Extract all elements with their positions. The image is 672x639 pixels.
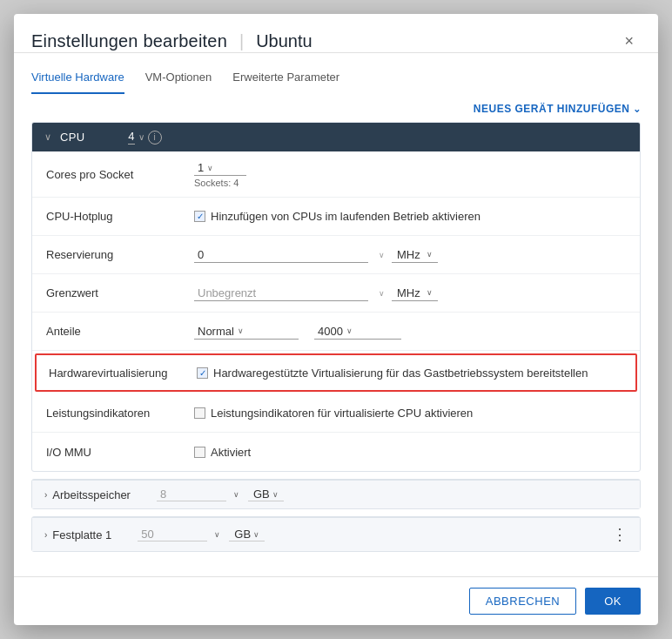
cpu-section-body: Cores pro Socket 1 ∨ Sockets: 4 CPU-Ho (32, 151, 640, 471)
close-button[interactable]: × (617, 30, 641, 52)
anteile-row: Anteile Normal ∨ 4000 ∨ (32, 313, 640, 351)
chevron-down-icon: ∨ (238, 326, 244, 335)
cpu-hotplug-checkbox[interactable] (194, 211, 205, 222)
cpu-hotplug-checkbox-area: Hinzufügen von CPUs im laufenden Betrieb… (194, 210, 480, 223)
cores-select[interactable]: 1 ∨ (194, 160, 246, 176)
chevron-down-icon: ∨ (207, 164, 213, 172)
dialog-title: Einstellungen bearbeiten (31, 31, 227, 51)
cpu-section-header[interactable]: ∨ CPU 4 ∨ i (32, 123, 640, 151)
chevron-down-icon: ∨ (379, 289, 385, 298)
io-mmu-content: Aktiviert (194, 446, 626, 459)
festplatte-more-options-button[interactable]: ⋮ (612, 525, 628, 544)
arbeitsspeicher-input[interactable]: 8 (157, 488, 226, 501)
festplatte-unit-select[interactable]: GB ∨ (229, 528, 265, 541)
hardwarevirtualisierung-content: Hardwaregestützte Virtualisierung für da… (197, 367, 623, 380)
chevron-down-icon: ⌄ (633, 104, 642, 115)
reservierung-label: Reservierung (46, 248, 194, 261)
tab-bar: Virtuelle Hardware VM-Optionen Erweitert… (14, 64, 658, 94)
festplatte-header[interactable]: › Festplatte 1 50 ∨ GB ∨ ⋮ (32, 517, 640, 551)
hardwarevirtualisierung-label: Hardwarevirtualisierung (49, 367, 197, 380)
dialog-body: NEUES GERÄT HINZUFÜGEN ⌄ ∨ CPU 4 ∨ i Cor… (14, 94, 658, 576)
reservierung-row: Reservierung 0 ∨ MHz ∨ (32, 236, 640, 274)
cores-pro-socket-content: 1 ∨ Sockets: 4 (194, 160, 626, 188)
dialog-subtitle: Ubuntu (256, 31, 312, 51)
festplatte-value-group: 50 ∨ GB ∨ (138, 528, 265, 541)
dialog-header: Einstellungen bearbeiten | Ubuntu × (14, 14, 658, 53)
tab-vm-optionen[interactable]: VM-Optionen (145, 64, 212, 94)
cpu-section-title: CPU (60, 131, 84, 144)
chevron-down-icon: ∨ (427, 250, 433, 259)
chevron-down-icon: ∨ (346, 326, 353, 335)
arbeitsspeicher-unit-select[interactable]: GB ∨ (248, 488, 284, 501)
tab-virtuelle-hardware[interactable]: Virtuelle Hardware (31, 64, 124, 94)
grenzwert-label: Grenzwert (46, 286, 194, 299)
chevron-down-icon: ∨ (427, 288, 433, 297)
leistungsindikatoren-content: Leistungsindikatoren für virtualisierte … (194, 407, 626, 420)
leistungsindikatoren-row: Leistungsindikatoren Leistungsindikatore… (32, 394, 640, 433)
cpu-hotplug-content: Hinzufügen von CPUs im laufenden Betrieb… (194, 210, 626, 223)
hardwarevirtualisierung-checkbox[interactable] (197, 367, 208, 379)
leistungsindikatoren-checkbox[interactable] (194, 407, 205, 419)
io-mmu-checkbox[interactable] (194, 447, 205, 458)
hardwarevirtualisierung-checkbox-label: Hardwaregestützte Virtualisierung für da… (213, 367, 588, 380)
add-device-button[interactable]: NEUES GERÄT HINZUFÜGEN ⌄ (474, 103, 641, 115)
cores-pro-socket-label: Cores pro Socket (46, 168, 194, 181)
hardwarevirtualisierung-row: Hardwarevirtualisierung Hardwaregestützt… (35, 353, 637, 392)
chevron-down-icon: ∨ (214, 530, 220, 539)
reservierung-input[interactable]: 0 (194, 247, 368, 263)
io-mmu-row: I/O MMU Aktiviert (32, 433, 640, 471)
ok-button[interactable]: OK (585, 588, 641, 615)
io-mmu-label: I/O MMU (46, 446, 194, 459)
festplatte-section: › Festplatte 1 50 ∨ GB ∨ ⋮ (31, 516, 641, 552)
cpu-hotplug-label: CPU-Hotplug (46, 210, 194, 223)
reservierung-unit-select[interactable]: MHz ∨ (392, 247, 438, 263)
leistungsindikatoren-checkbox-area: Leistungsindikatoren für virtualisierte … (194, 407, 473, 420)
anteile-select2[interactable]: 4000 ∨ (314, 324, 401, 340)
cpu-hotplug-checkbox-label: Hinzufügen von CPUs im laufenden Betrieb… (211, 210, 480, 223)
grenzwert-unit-select[interactable]: MHz ∨ (392, 286, 438, 301)
expand-icon: › (44, 490, 47, 500)
cpu-hotplug-row: CPU-Hotplug Hinzufügen von CPUs im laufe… (32, 198, 640, 236)
expand-icon: › (44, 530, 47, 540)
cpu-count-value: 4 (128, 130, 134, 145)
cores-pro-socket-row: Cores pro Socket 1 ∨ Sockets: 4 (32, 151, 640, 198)
anteile-label: Anteile (46, 325, 194, 338)
leistungsindikatoren-label: Leistungsindikatoren (46, 407, 194, 420)
chevron-down-icon: ∨ (272, 490, 279, 499)
arbeitsspeicher-header[interactable]: › Arbeitsspeicher 8 ∨ GB ∨ (32, 480, 640, 508)
festplatte-title: Festplatte 1 (52, 528, 111, 541)
sockets-text: Sockets: 4 (194, 178, 246, 188)
hardwarevirtualisierung-checkbox-area: Hardwaregestützte Virtualisierung für da… (197, 367, 588, 380)
tab-erweiterte-parameter[interactable]: Erweiterte Parameter (232, 64, 339, 94)
anteile-content: Normal ∨ 4000 ∨ (194, 324, 626, 340)
festplatte-input[interactable]: 50 (138, 528, 207, 541)
add-device-bar: NEUES GERÄT HINZUFÜGEN ⌄ (31, 94, 641, 122)
edit-settings-dialog: Einstellungen bearbeiten | Ubuntu × Virt… (14, 14, 658, 625)
cpu-info-icon[interactable]: i (148, 131, 162, 145)
cpu-collapse-icon: ∨ (44, 131, 51, 143)
grenzwert-content: Unbegrenzt ∨ MHz ∨ (194, 286, 626, 301)
dialog-separator: | (239, 31, 244, 51)
io-mmu-checkbox-label: Aktiviert (211, 446, 251, 459)
grenzwert-row: Grenzwert Unbegrenzt ∨ MHz ∨ (32, 274, 640, 313)
chevron-down-icon: ∨ (233, 490, 239, 499)
cpu-chevron-icon: ∨ (138, 132, 144, 142)
grenzwert-input[interactable]: Unbegrenzt (194, 286, 368, 301)
arbeitsspeicher-section: › Arbeitsspeicher 8 ∨ GB ∨ (31, 479, 641, 509)
io-mmu-checkbox-area: Aktiviert (194, 446, 251, 459)
anteile-select1[interactable]: Normal ∨ (194, 324, 299, 340)
arbeitsspeicher-title: Arbeitsspeicher (52, 488, 131, 501)
chevron-down-icon: ∨ (253, 530, 259, 539)
cpu-section: ∨ CPU 4 ∨ i Cores pro Socket 1 (31, 122, 641, 472)
dialog-footer: ABBRECHEN OK (14, 576, 658, 625)
leistungsindikatoren-checkbox-label: Leistungsindikatoren für virtualisierte … (211, 407, 473, 420)
cpu-value-group: 4 ∨ i (128, 130, 161, 145)
chevron-down-icon: ∨ (379, 251, 385, 259)
reservierung-content: 0 ∨ MHz ∨ (194, 247, 626, 263)
arbeitsspeicher-value-group: 8 ∨ GB ∨ (157, 488, 284, 501)
cancel-button[interactable]: ABBRECHEN (469, 588, 576, 615)
